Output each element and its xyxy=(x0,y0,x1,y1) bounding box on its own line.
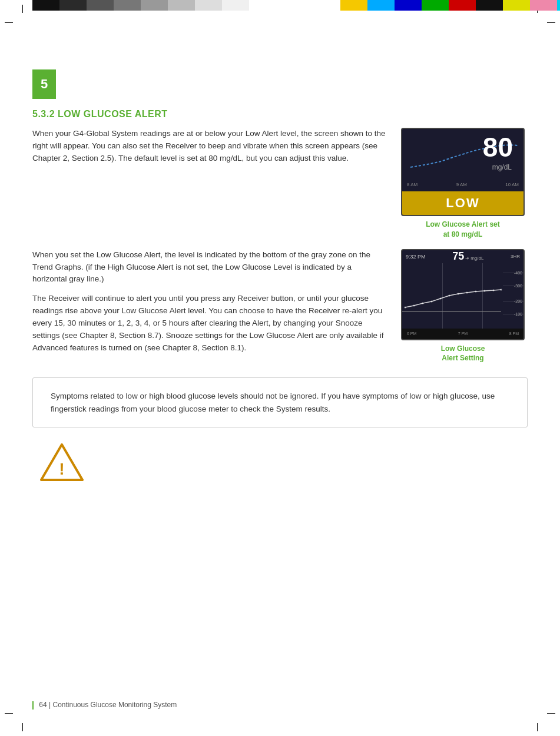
device-unit: mg/dL xyxy=(470,256,483,261)
low-label: LOW xyxy=(446,195,479,211)
svg-text:!: ! xyxy=(59,460,64,478)
notice-text: Symptoms related to low or high blood gl… xyxy=(51,390,509,415)
grid-label-100: -100 xyxy=(514,312,522,316)
device-header: 9:32 PM 75 ➜ mg/dL 3HR xyxy=(402,250,523,263)
caption-2: Low Glucose Alert Setting xyxy=(441,344,485,364)
low-banner: LOW xyxy=(402,191,523,215)
caption-1: Low Glucose Alert set at 80 mg/dL xyxy=(426,220,500,240)
svg-point-7 xyxy=(466,291,468,293)
grid-label-200: -200 xyxy=(514,299,522,303)
section-title: 5.3.2 LOW GLUCOSE ALERT xyxy=(32,109,528,120)
time-bar-1: 8 AM 9 AM 10 AM xyxy=(402,182,523,191)
device-value: 75 xyxy=(452,250,464,263)
svg-point-5 xyxy=(449,294,450,296)
svg-point-2 xyxy=(422,302,424,304)
color-bar-top xyxy=(0,0,560,11)
page-number: 64 xyxy=(39,701,47,709)
footer-accent xyxy=(32,701,34,710)
time-label-6pm: 6 PM xyxy=(407,331,416,336)
svg-point-9 xyxy=(484,290,486,291)
notice-box: Symptoms related to low or high blood gl… xyxy=(32,377,528,427)
device-screen-graph: 9:32 PM 75 ➜ mg/dL 3HR -400 -300 xyxy=(401,249,525,340)
device-image-1: 80 mg/dL 8 AM 9 AM 10 AM LOW Low Glucose… xyxy=(398,128,528,240)
footer-text: Continuous Glucose Monitoring System xyxy=(53,701,177,709)
paragraphs-2-3: When you set the Low Glucose Alert, the … xyxy=(32,249,386,364)
device-image-2: 9:32 PM 75 ➜ mg/dL 3HR -400 -300 xyxy=(398,249,528,364)
grid-label-400: -400 xyxy=(514,271,522,275)
paragraph-3: The Receiver will continue to alert you … xyxy=(32,293,386,354)
warning-section: ! xyxy=(32,442,528,483)
svg-point-8 xyxy=(475,290,477,292)
glucose-value-1: 80 xyxy=(483,134,513,161)
time-labels-bar: 6 PM 7 PM 8 PM xyxy=(402,329,523,339)
time-label-7pm: 7 PM xyxy=(458,331,468,336)
paragraph-2: When you set the Low Glucose Alert, the … xyxy=(32,249,386,286)
svg-point-4 xyxy=(440,297,442,299)
time-label-8pm: 8 PM xyxy=(509,331,519,336)
trend-graph: -400 -300 -200 -100 xyxy=(402,263,523,329)
svg-point-1 xyxy=(413,304,415,306)
device-arrow: ➜ xyxy=(465,256,469,261)
svg-point-10 xyxy=(493,289,495,291)
main-content: 5.3.2 LOW GLUCOSE ALERT When your G4-Glo… xyxy=(32,109,528,500)
second-two-col: When you set the Low Glucose Alert, the … xyxy=(32,249,528,364)
glucose-unit-1: mg/dL xyxy=(492,163,512,171)
svg-point-11 xyxy=(501,289,502,290)
paragraph-1: When your G4-Global System readings are … xyxy=(32,128,386,240)
svg-point-3 xyxy=(431,300,433,302)
svg-point-6 xyxy=(458,293,459,294)
data-curve xyxy=(402,263,502,329)
device-mode: 3HR xyxy=(511,254,520,259)
chapter-tab: 5 xyxy=(32,69,56,99)
footer: 64 | Continuous Glucose Monitoring Syste… xyxy=(32,701,177,710)
grid-label-300: -300 xyxy=(514,284,522,288)
first-two-col: When your G4-Global System readings are … xyxy=(32,128,528,240)
device-time: 9:32 PM xyxy=(406,254,426,260)
warning-triangle-icon: ! xyxy=(38,442,85,483)
chapter-number: 5 xyxy=(41,77,48,92)
svg-point-0 xyxy=(405,306,406,308)
device-screen-low-alert: 80 mg/dL 8 AM 9 AM 10 AM LOW xyxy=(401,128,525,216)
